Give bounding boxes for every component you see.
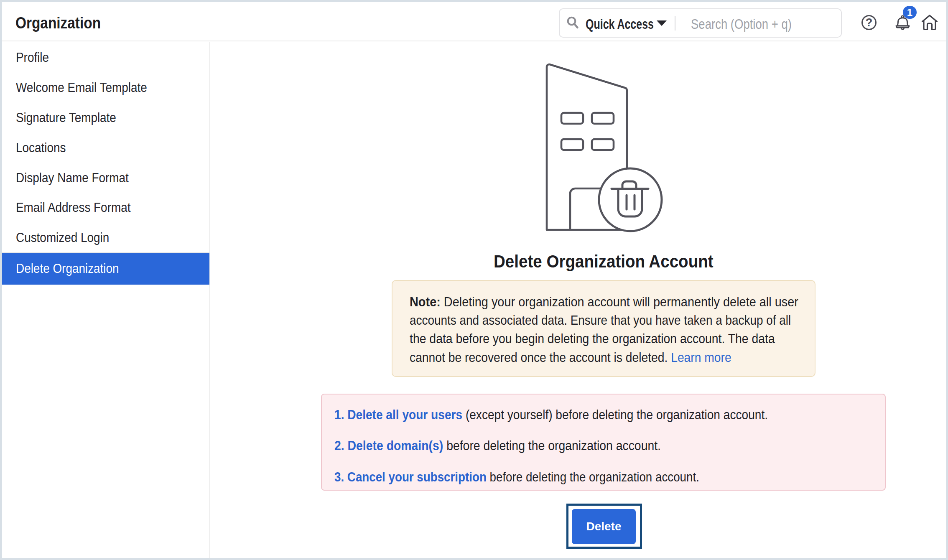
svg-text:?: ?	[866, 16, 873, 29]
